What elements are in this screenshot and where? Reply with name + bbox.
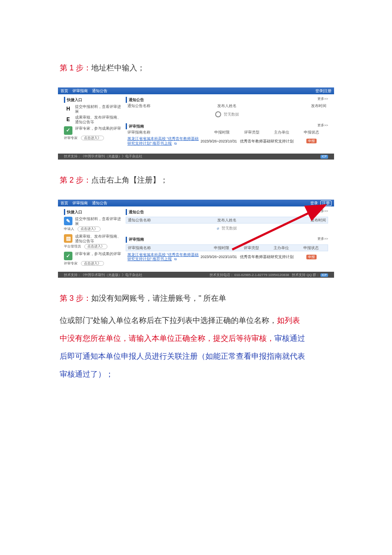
guide-col-period-2: 申报时限: [207, 246, 236, 250]
nav-guide-2[interactable]: 评审指南: [72, 201, 88, 206]
entry-expert-text: 评审专家，参与成果的评审: [75, 126, 121, 131]
icp-badge: ICP: [320, 155, 328, 158]
notice-col-author: 发布人姓名: [194, 104, 260, 108]
nav-home-2[interactable]: 首页: [61, 201, 68, 206]
para-line2-blue: 审核通过: [274, 334, 305, 343]
footer-phone-num: 010-62985-2-1-82779 10954120838: [234, 273, 289, 277]
notice-more-link-2[interactable]: 更多>>: [317, 209, 328, 213]
notice-section-title-2: 通知公告: [126, 209, 328, 215]
footer-phone-label: 技术支持电话：: [210, 273, 233, 277]
step-2-text: 点击右上角【注册】；: [91, 176, 168, 184]
notice-col-time: 发布时间: [260, 104, 326, 108]
guide-type-2: 优秀青年教师基础研究支持计划: [237, 255, 297, 259]
entry-applicant-2: ✎ 提交申报材料，查看评审进展: [64, 217, 121, 226]
step-3-paragraph: 位或部门"处输入单位名称后在下拉列表中选择正确的单位名称，如列表 中没有您所在单…: [60, 311, 332, 383]
footer-tech: 技术支持：《中国学术期刊（光盘版）》电子杂志社: [64, 154, 142, 159]
entry-expert: ✓ 评审专家，参与成果的评审: [64, 126, 121, 135]
status-badge[interactable]: 申报: [306, 139, 317, 143]
para-line1-red: 如列表: [277, 316, 300, 325]
guide-more-link-2[interactable]: 更多>>: [317, 237, 328, 241]
para-line1-black: 位或部门"处输入单位名称后在下拉列表中选择正确的单位名称，: [60, 316, 277, 325]
guide-title-link[interactable]: 黑龙江省省属本科高校 "优秀青年教师基础研究支持计划" 推荐书上报: [127, 137, 199, 145]
entry-manager-text-2: 成果审核、发布评审指南、通知公告等: [75, 234, 121, 243]
guide-data-row-2: 黑龙江省省属本科高校 "优秀青年教师基础研究支持计划" 推荐书上报 ⧉ 2023…: [126, 251, 328, 263]
quick-entry-title-2: 快捷入口: [64, 209, 121, 215]
guide-more-link[interactable]: 更多>>: [317, 123, 328, 128]
manager-icon: ▤: [64, 234, 72, 243]
step-1-heading: 第 1 步：地址栏中输入；: [60, 60, 332, 76]
notice-no-data-2: ⌀ 暂无数据: [126, 224, 328, 233]
enter-link-2b[interactable]: 点击进入》: [84, 244, 107, 249]
step-3-text: 如没有知网账号，请注册账号，" 所在单: [91, 294, 226, 302]
guide-period: 2023/9/26~2023/10/31: [201, 139, 237, 143]
nav-home[interactable]: 首页: [61, 89, 68, 93]
guide-col-type: 评审类型: [237, 130, 267, 134]
step-1-prefix: 第 1 步：: [60, 64, 91, 72]
step-3-heading: 第 3 步：如没有知网账号，请注册账号，" 所在单: [60, 290, 332, 306]
top-nav-bar-2: 首页 评审指南 通知公告 登录 注册: [58, 200, 334, 206]
role-expert-2: 评审专家: [64, 262, 78, 266]
notice-col-name-2: 通知公告名称: [128, 218, 194, 222]
entry-expert-text-2: 评审专家，参与成果的评审: [75, 252, 121, 256]
enter-link-1b[interactable]: 点击进入》: [78, 227, 101, 232]
nav-notice-2[interactable]: 通知公告: [92, 201, 107, 206]
applicant-icon: ✎: [64, 217, 72, 225]
guide-col-name-2: 评审指南名称: [128, 246, 207, 250]
nav-guide[interactable]: 评审指南: [72, 89, 88, 93]
step-2-prefix: 第 2 步：: [60, 176, 91, 184]
notice-col-time-2: 发布时间: [260, 218, 326, 222]
para-line4-blue: 审核通过了）；: [60, 370, 113, 378]
step-2-heading: 第 2 步：点击右上角【注册】；: [60, 172, 332, 188]
register-button[interactable]: 注册: [320, 200, 331, 206]
notice-no-data: 暂无数据: [126, 109, 328, 120]
entry-applicant-text: 提交申报材料，查看评审进展: [75, 105, 121, 113]
nav-notice[interactable]: 通知公告: [92, 89, 107, 93]
guide-col-type-2: 评审类型: [236, 246, 266, 250]
entry-manager-2: ▤ 成果审核、发布评审指南、通知公告等: [64, 234, 121, 243]
footer-qq-label: 技术支持 QQ 群：: [292, 273, 320, 277]
guide-col-name: 评审指南名称: [127, 130, 207, 134]
status-badge-2[interactable]: 申报: [306, 255, 317, 259]
guide-type: 优秀青年教师基础研究支持计划: [237, 139, 297, 143]
guide-col-period: 申报时限: [207, 130, 237, 134]
book-check-icon-2: ✓: [64, 252, 72, 260]
step-1-text: 地址栏中输入；: [91, 64, 145, 72]
letter-e-icon: E: [64, 115, 72, 124]
copy-icon[interactable]: ⧉: [174, 142, 177, 145]
letter-h-icon: H: [64, 105, 72, 113]
login-link[interactable]: 登录: [310, 201, 318, 206]
notice-section-title: 通知公告: [126, 97, 328, 103]
document-page: 第 1 步：地址栏中输入； 首页 评审指南 通知公告 登录|注册 快捷入口: [0, 0, 392, 555]
entry-manager-text: 成果审核、发布评审指南、通知公告等: [75, 115, 121, 124]
role-expert: 评审专家: [64, 136, 78, 140]
step-3-prefix: 第 3 步：: [60, 294, 91, 302]
copy-icon-2[interactable]: ⧉: [174, 257, 177, 261]
qq-badge: ICP: [320, 273, 328, 277]
entry-applicant: H 提交申报材料，查看评审进展: [64, 105, 121, 113]
guide-col-status: 申报状态: [297, 130, 326, 134]
enter-link-3[interactable]: 点击进入》: [81, 136, 104, 141]
screenshot-2: 首页 评审指南 通知公告 登录 注册 快捷入口 ✎ 提交申报材料，查看评审进展: [58, 199, 334, 278]
login-register-link[interactable]: 登录|注册: [315, 89, 331, 93]
book-check-icon: ✓: [64, 126, 72, 135]
top-nav-bar: 首页 评审指南 通知公告 登录|注册: [58, 87, 334, 94]
para-line2-red: 中没有您所在单位，请输入本单位正确全称，提交后等待审核，: [60, 334, 274, 343]
entry-expert-2: ✓ 评审专家，参与成果的评审: [64, 252, 121, 260]
quick-entry-title: 快捷入口: [64, 97, 121, 103]
guide-title-link-2[interactable]: 黑龙江省省属本科高校 "优秀青年教师基础研究支持计划" 推荐书上报: [127, 253, 199, 261]
para-line3-blue: 后即可通知本单位申报人员进行关联注册（如能正常查看申报指南就代表: [60, 352, 305, 360]
notice-col-author-2: 发布人姓名: [194, 218, 260, 222]
footer-tech-2: 技术支持：《中国学术期刊（光盘版）》电子杂志社: [64, 273, 142, 277]
guide-section-title: 评审指南: [126, 123, 328, 129]
notice-more-link[interactable]: 更多>>: [317, 97, 328, 101]
empty-circle-icon: [215, 111, 221, 117]
enter-link-3b[interactable]: 点击进入》: [81, 261, 104, 266]
entry-applicant-text-2: 提交申报材料，查看评审进展: [75, 217, 121, 226]
guide-section-title-2: 评审指南: [126, 237, 328, 243]
screenshot-footer: 技术支持：《中国学术期刊（光盘版）》电子杂志社 ICP: [58, 154, 334, 160]
screenshot-footer-2: 技术支持：《中国学术期刊（光盘版）》电子杂志社 技术支持电话： 010-6298…: [58, 272, 334, 278]
guide-data-row: 黑龙江省省属本科高校 "优秀青年教师基础研究支持计划" 推荐书上报 ⧉ 2023…: [126, 135, 328, 147]
screenshot-1: 首页 评审指南 通知公告 登录|注册 快捷入口 H 提交申报材料，查看评审进展: [58, 87, 334, 160]
guide-col-status-2: 申报状态: [296, 246, 326, 250]
guide-col-host-2: 主办单位: [266, 246, 296, 250]
